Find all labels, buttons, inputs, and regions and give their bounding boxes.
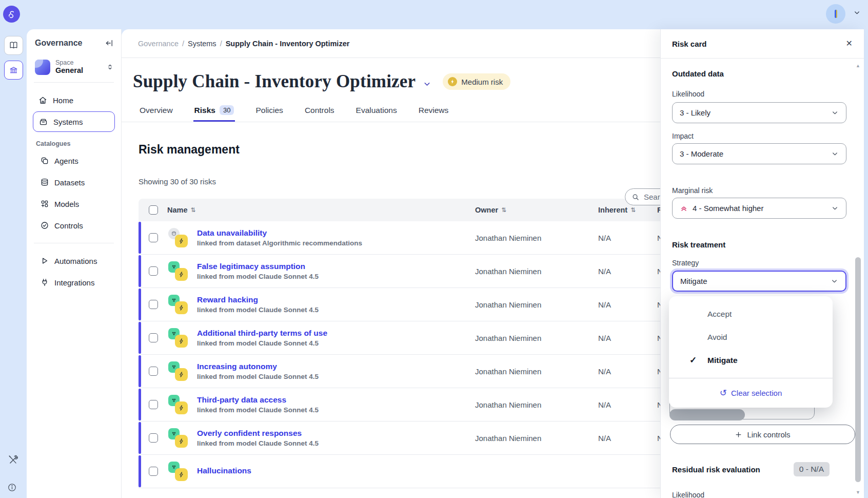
dev-tools-button[interactable] bbox=[7, 454, 18, 465]
tab-reviews[interactable]: Reviews bbox=[418, 100, 450, 122]
breadcrumb-systems[interactable]: Systems bbox=[188, 40, 216, 48]
menu-option-avoid[interactable]: Avoid bbox=[669, 325, 833, 349]
avatar[interactable] bbox=[826, 4, 845, 24]
bank-icon bbox=[9, 65, 18, 75]
risk-link[interactable]: Overly confident responses bbox=[197, 429, 319, 438]
risk-source-icons bbox=[168, 462, 188, 481]
sort-icon[interactable]: ⇅ bbox=[191, 206, 196, 214]
risk-link[interactable]: Third-party data access bbox=[197, 395, 319, 405]
clear-selection-button[interactable]: ↺ Clear selection bbox=[669, 378, 833, 408]
search-icon bbox=[632, 193, 640, 201]
sidebar-item-controls[interactable]: Controls bbox=[33, 215, 115, 236]
select-all-checkbox[interactable] bbox=[149, 205, 158, 215]
help-button[interactable] bbox=[7, 483, 17, 492]
row-checkbox[interactable] bbox=[149, 266, 158, 276]
row-checkbox[interactable] bbox=[149, 433, 158, 443]
chevron-down-icon bbox=[831, 277, 838, 285]
risk-subtitle: linked from dataset Algorithmic recommen… bbox=[197, 239, 362, 247]
option-label: Mitigate bbox=[707, 356, 738, 365]
tab-overview[interactable]: Overview bbox=[139, 100, 174, 122]
sidebar-item-integrations[interactable]: Integrations bbox=[33, 272, 115, 293]
title-chevron-icon[interactable] bbox=[423, 80, 431, 88]
sidebar: Governance Space General Home Systems bbox=[27, 29, 122, 498]
link-controls-button[interactable]: Link controls bbox=[670, 425, 855, 444]
likelihood-value: 3 - Likely bbox=[680, 108, 711, 117]
menu-option-accept[interactable]: Accept bbox=[669, 302, 833, 325]
risk-link[interactable]: False legitimacy assumption bbox=[197, 262, 319, 271]
sort-icon[interactable]: ⇅ bbox=[501, 206, 506, 214]
sidebar-item-label: Home bbox=[53, 96, 73, 105]
risk-subtitle: linked from model Claude Sonnet 4.5 bbox=[197, 373, 319, 380]
menu-option-mitigate[interactable]: ✓ Mitigate bbox=[669, 349, 833, 372]
risk-link[interactable]: Reward hacking bbox=[197, 295, 319, 304]
risk-subtitle: linked from model Claude Sonnet 4.5 bbox=[197, 439, 319, 447]
tab-policies[interactable]: Policies bbox=[254, 100, 284, 122]
datasets-icon bbox=[40, 178, 49, 187]
sidebar-item-label: Systems bbox=[53, 118, 83, 126]
marginal-risk-select[interactable]: 4 - Somewhat higher bbox=[672, 198, 846, 219]
inherent-cell: N/A bbox=[598, 267, 657, 276]
row-checkbox[interactable] bbox=[149, 400, 158, 409]
residual-risk-badge: 0 - N/A bbox=[794, 462, 830, 476]
page-title: Supply Chain - Inventory Optimizer bbox=[133, 71, 416, 92]
sort-icon[interactable]: ⇅ bbox=[630, 206, 636, 214]
catalogues-section-label: Catalogues bbox=[36, 140, 115, 147]
sidebar-item-label: Models bbox=[54, 200, 79, 208]
sidebar-collapse-icon[interactable] bbox=[105, 39, 114, 48]
breadcrumb-governance[interactable]: Governance bbox=[138, 40, 179, 48]
sidebar-item-datasets[interactable]: Datasets bbox=[33, 172, 115, 193]
undo-icon: ↺ bbox=[720, 389, 727, 397]
owner-cell: Jonathan Nieminen bbox=[475, 334, 598, 342]
sidebar-item-home[interactable]: Home bbox=[33, 90, 115, 110]
governance-app-button[interactable] bbox=[4, 61, 23, 80]
space-switcher[interactable]: Space General bbox=[35, 59, 114, 75]
option-label: Accept bbox=[707, 310, 732, 319]
risk-source-icons bbox=[168, 228, 188, 247]
docs-button[interactable] bbox=[4, 36, 23, 55]
sidebar-item-agents[interactable]: Agents bbox=[33, 150, 115, 171]
risk-link[interactable]: Data unavailability bbox=[197, 228, 362, 238]
column-header-name[interactable]: Name bbox=[167, 206, 188, 214]
risks-count-badge: 30 bbox=[220, 105, 234, 115]
column-header-inherent[interactable]: Inherent bbox=[598, 206, 627, 214]
inherent-cell: N/A bbox=[598, 367, 657, 376]
obscured-element bbox=[669, 409, 745, 420]
scrollbar-thumb[interactable] bbox=[855, 257, 861, 482]
owner-cell: Jonathan Nieminen bbox=[475, 234, 598, 242]
risk-badge-label: Medium risk bbox=[461, 78, 503, 86]
sidebar-item-label: Agents bbox=[54, 157, 78, 165]
sidebar-item-systems[interactable]: Systems bbox=[33, 111, 115, 132]
sidebar-item-automations[interactable]: Automations bbox=[33, 251, 115, 271]
tab-risks[interactable]: Risks 30 bbox=[193, 100, 235, 122]
sidebar-item-label: Automations bbox=[54, 257, 97, 265]
bolt-badge-icon bbox=[448, 77, 457, 86]
row-checkbox[interactable] bbox=[149, 233, 158, 242]
chevron-down-icon bbox=[831, 109, 839, 117]
agents-icon bbox=[40, 156, 49, 165]
option-label: Avoid bbox=[707, 333, 727, 342]
row-checkbox[interactable] bbox=[149, 367, 158, 376]
risk-link[interactable]: Additional third-party terms of use bbox=[197, 329, 327, 338]
row-checkbox[interactable] bbox=[149, 300, 158, 309]
impact-select[interactable]: 3 - Moderate bbox=[672, 143, 846, 164]
scrollbar-down-arrow[interactable]: ▼ bbox=[856, 490, 860, 495]
sidebar-item-models[interactable]: Models bbox=[33, 194, 115, 214]
app-logo[interactable] bbox=[3, 6, 20, 23]
column-header-owner[interactable]: Owner bbox=[475, 206, 498, 214]
bolt-icon bbox=[175, 368, 188, 381]
close-icon[interactable]: ✕ bbox=[846, 40, 853, 48]
divider bbox=[34, 243, 114, 243]
tab-evaluations[interactable]: Evaluations bbox=[355, 100, 398, 122]
strategy-select[interactable]: Mitigate bbox=[672, 271, 846, 292]
account-menu-chevron-icon[interactable] bbox=[853, 9, 861, 16]
risk-card-drawer: Risk card ✕ Outdated data Likelihood 3 -… bbox=[660, 29, 864, 498]
tab-controls[interactable]: Controls bbox=[304, 100, 336, 122]
home-icon bbox=[38, 95, 48, 105]
row-checkbox[interactable] bbox=[149, 467, 158, 476]
risk-link[interactable]: Hallucinations bbox=[197, 466, 251, 475]
risk-link[interactable]: Increasing autonomy bbox=[197, 362, 319, 371]
likelihood-select[interactable]: 3 - Likely bbox=[672, 102, 846, 123]
scrollbar-up-arrow[interactable]: ▲ bbox=[856, 63, 860, 68]
row-checkbox[interactable] bbox=[149, 333, 158, 342]
owner-cell: Jonathan Nieminen bbox=[475, 367, 598, 376]
